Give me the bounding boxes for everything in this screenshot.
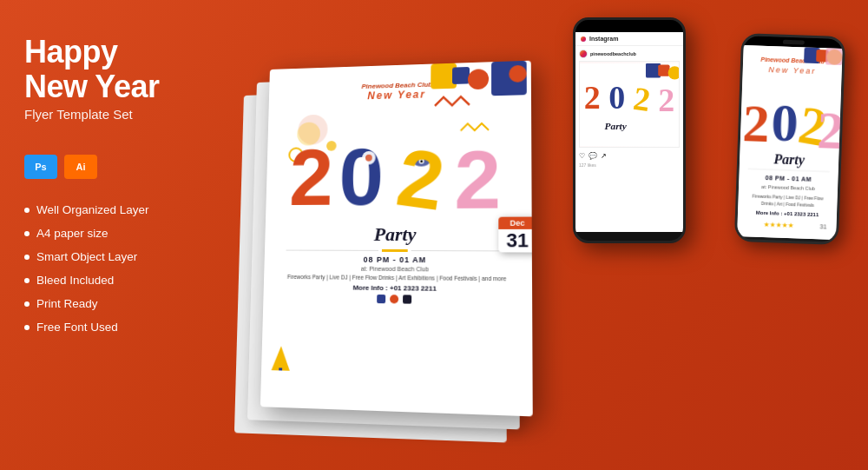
phone-body-right: Pinewood Beach Club New Year 2 0 2 2 (734, 33, 845, 245)
svg-rect-19 (279, 367, 282, 370)
svg-text:Party: Party (605, 121, 628, 131)
svg-text:2: 2 (816, 100, 842, 160)
social-icon-fb (377, 295, 385, 303)
software-badges: Ps Ai (24, 155, 174, 179)
svg-text:New Year: New Year (768, 65, 816, 76)
flyer-social-icons (277, 294, 518, 306)
phone-post-actions: ♡ 💬 ↗ (579, 150, 680, 162)
feature-item-2: A4 paper size (24, 227, 174, 240)
tree-svg (272, 346, 291, 371)
feature-item-3: Smart Object Layer (24, 250, 174, 263)
insta-logo-icon (581, 36, 586, 42)
svg-text:2: 2 (454, 134, 501, 227)
notch-bar (782, 40, 804, 45)
comment-icon[interactable]: 💬 (589, 152, 597, 160)
bullet-icon (24, 231, 30, 236)
instagram-header: Instagram (575, 32, 683, 46)
feature-item-1: Well Organized Layer (24, 203, 174, 216)
flyer-more-info: More Info : +01 2323 2211 (277, 283, 517, 294)
instagram-label: Instagram (589, 36, 618, 42)
svg-text:2: 2 (584, 79, 601, 116)
bullet-icon (24, 325, 30, 330)
phone-flyer-preview: 2 0 2 2 Party (579, 61, 680, 148)
flyer-year-display: 2 0 2 2 (279, 99, 517, 230)
year-svg: 2 0 2 2 (284, 100, 511, 231)
phone-likes: 127 likes (579, 162, 680, 168)
bullet-icon (24, 278, 30, 283)
phone-notch-area (575, 20, 683, 32)
date-badge-month: Dec (498, 217, 532, 229)
svg-text:2: 2 (658, 82, 674, 118)
phone-right-svg: Pinewood Beach Club New Year 2 0 2 2 (737, 45, 843, 240)
main-title: Happy New Year (24, 35, 174, 103)
feature-item-6: Free Font Used (24, 321, 174, 334)
share-icon[interactable]: ↗ (601, 152, 607, 160)
post-avatar (579, 50, 588, 58)
svg-text:2: 2 (741, 93, 770, 153)
left-panel: Happy New Year Flyer Template Set Ps Ai … (0, 0, 200, 470)
flyer-location: at: Pinewood Beach Club (277, 265, 517, 273)
bullet-icon (24, 301, 30, 307)
phone-right-screen: Pinewood Beach Club New Year 2 0 2 2 (737, 45, 843, 240)
bullet-icon (24, 208, 30, 213)
features-list: Well Organized Layer A4 paper size Smart… (24, 203, 174, 334)
phone-left: Instagram pinewoodbeachclub 2 0 (573, 17, 686, 243)
phone-post-header: pinewoodbeachclub (579, 50, 680, 58)
flyer-content: Pinewood Beach Club New Year 2 0 2 2 (260, 61, 533, 417)
svg-marker-18 (272, 346, 291, 371)
phone-notch (615, 23, 645, 29)
svg-text:0: 0 (338, 132, 384, 222)
illustrator-badge: Ai (64, 155, 97, 179)
photoshop-badge: Ps (24, 155, 57, 179)
flyer-time: 08 PM - 01 AM (278, 255, 517, 264)
social-icon-insta (390, 295, 398, 303)
sub-title: Flyer Template Set (24, 107, 174, 122)
svg-text:31: 31 (819, 223, 826, 229)
svg-text:0: 0 (608, 79, 625, 116)
flyer-party-text: Party (278, 223, 517, 247)
flyer-tree-decoration (271, 346, 290, 374)
page-background: Happy New Year Flyer Template Set Ps Ai … (0, 0, 868, 470)
heart-icon[interactable]: ♡ (579, 152, 585, 160)
mockup-area: Pinewood Beach Club New Year 2 0 2 2 (200, 0, 868, 470)
flyer-stack: Pinewood Beach Club New Year 2 0 2 2 (226, 26, 556, 426)
svg-text:Party: Party (773, 151, 806, 168)
date-badge-day: 31 (498, 229, 532, 253)
post-username: pinewoodbeachclub (590, 51, 636, 56)
svg-text:★★★★★: ★★★★★ (763, 221, 793, 229)
feature-item-4: Bleed Included (24, 274, 174, 287)
flyer-activities: Fireworks Party | Live DJ | Free Flow Dr… (277, 273, 517, 283)
bullet-icon (24, 255, 30, 260)
title-block: Happy New Year Flyer Template Set (24, 35, 174, 122)
svg-text:0: 0 (770, 92, 799, 152)
phone-screen-content: pinewoodbeachclub 2 0 2 2 Party (575, 46, 683, 232)
phone-right: Pinewood Beach Club New Year 2 0 2 2 (738, 35, 842, 243)
flyer-front: Pinewood Beach Club New Year 2 0 2 2 (260, 61, 533, 417)
svg-rect-27 (658, 64, 669, 76)
svg-rect-35 (825, 48, 843, 65)
phone-flyer-svg: 2 0 2 2 Party (580, 62, 679, 147)
feature-item-5: Print Ready (24, 297, 174, 310)
date-badge: Dec 31 (498, 217, 532, 253)
social-icon-tw (403, 295, 411, 303)
svg-text:2: 2 (391, 132, 450, 228)
flyer-divider (286, 249, 509, 253)
phone-body-left: Instagram pinewoodbeachclub 2 0 (573, 17, 686, 243)
